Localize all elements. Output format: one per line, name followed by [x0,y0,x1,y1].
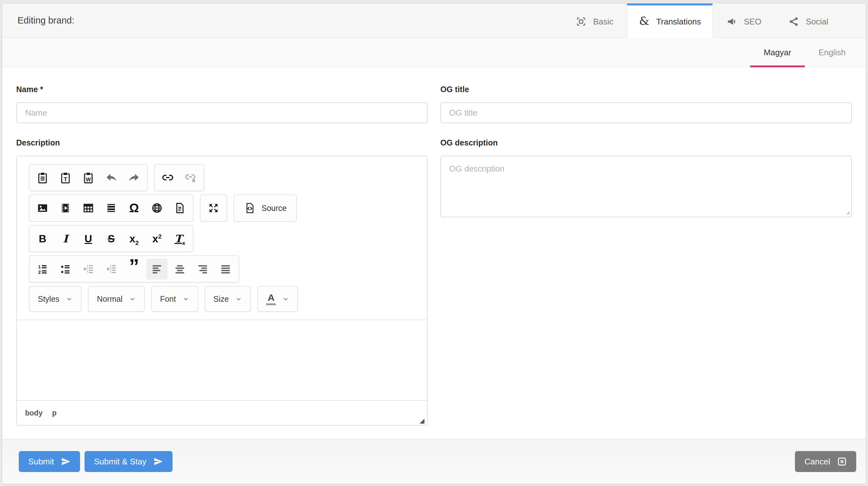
page-title: Editing brand: [18,15,74,26]
tab-basic[interactable]: Basic [562,3,627,38]
og-title-input[interactable] [440,102,852,123]
left-column: Name * Description [16,85,428,426]
redo-button[interactable] [124,167,145,188]
increase-indent-button[interactable] [101,259,122,280]
link-button[interactable] [157,167,178,188]
italic-icon: I [63,233,68,244]
styles-dropdown[interactable]: Styles [29,286,82,312]
paste-from-word-button[interactable]: W [78,167,99,188]
tab-seo-label: SEO [744,17,761,27]
text-color-dropdown[interactable]: A [257,286,298,312]
table-button[interactable] [78,198,99,219]
blockquote-button[interactable]: ” [124,259,145,280]
undo-button[interactable] [101,167,122,188]
horizontal-rule-button[interactable] [101,198,122,219]
decrease-indent-icon [82,263,94,275]
submit-button-label: Submit [28,457,54,466]
link-group [154,164,204,191]
chevron-down-icon [66,295,73,302]
header: Editing brand: Basic & Translations [2,3,866,38]
align-right-icon [197,263,209,275]
underline-button[interactable]: U [78,228,99,249]
language-tab-magyar[interactable]: Magyar [750,38,805,67]
horizontal-rule-icon [105,202,117,214]
link-icon [162,171,174,184]
styles-dropdown-label: Styles [38,294,59,304]
submit-stay-button[interactable]: Submit & Stay [85,451,173,472]
format-dropdown[interactable]: Normal [88,286,145,312]
increase-indent-icon [105,263,117,275]
maximize-icon [208,202,220,214]
editor-content-area[interactable] [17,320,427,400]
chevron-down-icon [129,295,136,302]
globe-icon [151,202,163,214]
tab-translations-label: Translations [656,17,701,27]
source-button[interactable]: Source [237,198,293,219]
italic-button[interactable]: I [55,228,76,249]
og-title-label: OG title [440,85,852,94]
toolbar-row-2: Ω [29,194,415,222]
numbered-list-button[interactable]: 12 [32,259,53,280]
paste-plain-text-button[interactable]: T [55,167,76,188]
bold-button[interactable]: B [32,228,53,249]
og-description-label: OG description [440,138,852,148]
toolbar-row-5: Styles Normal Font Size [29,286,415,312]
bulleted-list-button[interactable] [55,259,76,280]
close-box-icon [837,457,847,466]
size-dropdown[interactable]: Size [205,286,251,312]
basicstyles-group: B I U S x2 x2 Tx [29,225,193,252]
decrease-indent-button[interactable] [78,259,99,280]
toolbar-row-1: T W [29,164,415,191]
ampersand-icon: & [639,16,650,27]
iframe-button[interactable] [147,198,167,219]
name-label: Name * [16,85,428,94]
subscript-button[interactable]: x2 [124,228,145,249]
templates-button[interactable] [169,198,190,219]
paste-from-word-icon: W [82,171,94,184]
media-button[interactable] [55,198,76,219]
name-input[interactable] [16,102,428,123]
remove-format-button[interactable]: Tx [169,228,190,249]
maximize-group [200,194,227,222]
strikethrough-button[interactable]: S [101,228,122,249]
chevron-down-icon [235,295,242,302]
chevron-down-icon [282,295,289,302]
align-right-button[interactable] [192,259,213,280]
image-button[interactable] [32,198,53,219]
underline-icon: U [85,233,92,244]
element-path-body[interactable]: body [25,409,42,417]
description-label: Description [16,138,428,148]
media-icon [59,202,71,214]
language-tab-magyar-label: Magyar [764,47,792,58]
justify-button[interactable] [215,259,236,280]
paste-button[interactable] [32,167,53,188]
superscript-button[interactable]: x2 [147,228,167,249]
document-icon [174,202,186,214]
source-icon [244,202,256,214]
paper-plane-icon [153,457,163,466]
language-tab-english[interactable]: English [805,38,860,67]
paste-icon [36,171,49,184]
tab-social[interactable]: Social [775,3,842,38]
chevron-down-icon [182,295,189,302]
undo-icon [105,171,117,184]
element-path-p[interactable]: p [52,409,57,417]
editor-resize-handle[interactable]: ◢ [420,417,425,424]
align-left-button[interactable] [147,259,167,280]
svg-text:2: 2 [38,269,41,275]
superscript-icon: x2 [153,233,162,244]
tab-translations[interactable]: & Translations [627,3,713,38]
submit-button[interactable]: Submit [19,451,80,472]
unlink-button[interactable] [180,167,201,188]
paste-plain-text-icon: T [59,171,71,184]
textarea-resize-handle[interactable] [844,209,850,215]
maximize-button[interactable] [203,198,224,219]
og-description-textarea[interactable] [440,156,852,217]
align-center-button[interactable] [169,259,190,280]
special-char-button[interactable]: Ω [124,198,145,219]
tab-seo[interactable]: SEO [713,3,775,38]
cancel-button-label: Cancel [804,457,830,466]
font-dropdown[interactable]: Font [151,286,198,312]
frame-icon [576,16,587,27]
cancel-button[interactable]: Cancel [795,451,856,472]
